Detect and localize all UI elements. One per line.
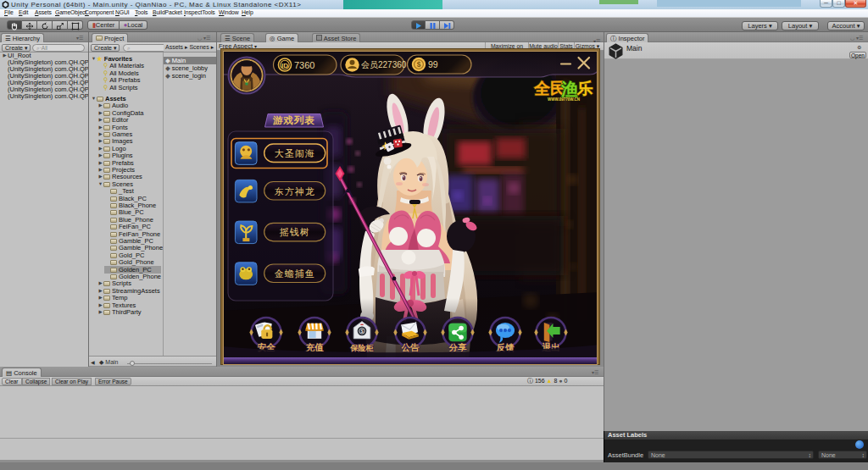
svg-text:保险柜: 保险柜	[350, 344, 374, 352]
svg-text:会员227360: 会员227360	[361, 60, 407, 69]
svg-text:金蟾捕鱼: 金蟾捕鱼	[275, 268, 315, 279]
svg-text:WWW.09770W.CN: WWW.09770W.CN	[548, 97, 580, 102]
svg-text:渔: 渔	[560, 80, 578, 98]
svg-text:摇钱树: 摇钱树	[280, 227, 310, 237]
svg-text:公告: 公告	[401, 342, 420, 352]
svg-text:ID: ID	[281, 62, 288, 69]
svg-text:7360: 7360	[294, 60, 314, 70]
svg-text:分享: 分享	[448, 342, 468, 352]
svg-text:大圣闹海: 大圣闹海	[275, 148, 315, 158]
svg-text:充值: 充值	[305, 342, 325, 352]
svg-text:$: $	[361, 329, 364, 334]
svg-text:乐: 乐	[576, 80, 593, 97]
svg-text:游戏列表: 游戏列表	[272, 115, 315, 125]
svg-text:$: $	[417, 60, 421, 69]
svg-text:东方神龙: 东方神龙	[275, 186, 315, 196]
svg-text:99: 99	[428, 59, 438, 69]
